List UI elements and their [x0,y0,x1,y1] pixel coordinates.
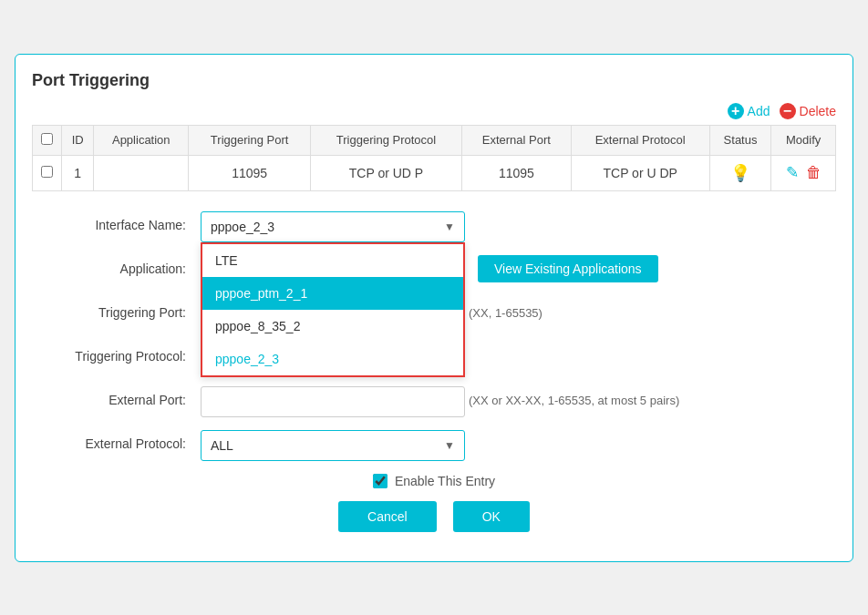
enable-entry-row: Enable This Entry [41,474,827,488]
col-triggering-protocol: Triggering Protocol [310,125,461,155]
cancel-button[interactable]: Cancel [338,501,437,532]
row-id: 1 [62,155,94,190]
interface-name-row: Interface Name: pppoe_2_3 ▼ LTE pppoe_pt… [41,211,827,242]
row-modify: ✎ 🗑 [771,155,836,190]
external-port-label: External Port: [41,386,201,407]
table-row: 1 11095 TCP or UD P 11095 TCP or U DP 💡 … [33,155,836,190]
interface-name-label: Interface Name: [41,211,201,232]
external-protocol-value: ALL [211,438,233,453]
select-all-checkbox[interactable] [41,133,53,145]
interface-name-value: pppoe_2_3 [211,220,274,234]
row-external-port: 11095 [462,155,572,190]
col-application: Application [94,125,189,155]
row-triggering-protocol: TCP or UD P [310,155,461,190]
delete-button[interactable]: − Delete [780,103,836,119]
delete-label: Delete [800,104,836,118]
add-icon: + [728,103,744,119]
external-protocol-row: External Protocol: ALL ▼ [41,430,827,461]
application-label: Application: [41,255,201,276]
port-triggering-table: ID Application Triggering Port Triggerin… [32,125,836,191]
add-button[interactable]: + Add [728,103,770,119]
port-triggering-dialog: Port Triggering + Add − Delete ID Applic… [15,54,853,562]
external-protocol-label: External Protocol: [41,430,201,451]
col-status: Status [709,125,771,155]
external-protocol-dropdown[interactable]: ALL ▼ [201,430,465,461]
triggering-port-hint: (XX, 1-65535) [465,299,542,320]
col-id: ID [62,125,94,155]
row-application [94,155,189,190]
interface-name-dropdown-list: LTE pppoe_ptm_2_1 pppoe_8_35_2 pppoe_2_3 [201,242,465,377]
view-existing-apps-button[interactable]: View Existing Applications [478,255,658,282]
col-external-protocol: External Protocol [571,125,709,155]
external-port-input[interactable] [201,386,465,417]
edit-icon[interactable]: ✎ [786,163,799,182]
triggering-port-label: Triggering Port: [41,299,201,320]
trash-icon[interactable]: 🗑 [806,164,822,182]
modify-icons: ✎ 🗑 [777,163,830,182]
external-port-control: (XX or XX-XX, 1-65535, at most 5 pairs) [201,386,827,417]
interface-name-control: pppoe_2_3 ▼ LTE pppoe_ptm_2_1 pppoe_8_35… [201,211,827,242]
ok-button[interactable]: OK [453,501,530,532]
delete-icon: − [780,103,796,119]
form-section: Interface Name: pppoe_2_3 ▼ LTE pppoe_pt… [32,202,836,545]
row-external-protocol: TCP or U DP [571,155,709,190]
status-icon: 💡 [730,164,750,182]
add-label: Add [748,104,770,118]
dropdown-option-pppoe-ptm[interactable]: pppoe_ptm_2_1 [202,277,463,310]
col-modify: Modify [771,125,836,155]
dropdown-option-lte[interactable]: LTE [202,244,463,277]
enable-entry-label: Enable This Entry [395,474,495,488]
col-external-port: External Port [462,125,572,155]
enable-entry-checkbox[interactable] [373,474,388,488]
dropdown-option-pppoe-23[interactable]: pppoe_2_3 [202,343,463,375]
triggering-protocol-label: Triggering Protocol: [41,343,201,364]
row-checkbox-cell [33,155,62,190]
toolbar: + Add − Delete [32,103,836,119]
external-port-row: External Port: (XX or XX-XX, 1-65535, at… [41,386,827,417]
chevron-down-icon: ▼ [444,220,455,233]
chevron-down-icon-2: ▼ [444,439,455,452]
row-triggering-port: 11095 [189,155,311,190]
interface-name-dropdown[interactable]: pppoe_2_3 ▼ [201,211,465,242]
dialog-title: Port Triggering [32,71,836,90]
row-checkbox[interactable] [41,166,53,178]
footer-buttons: Cancel OK [41,501,827,532]
external-port-hint: (XX or XX-XX, 1-65535, at most 5 pairs) [465,386,679,407]
dropdown-option-pppoe-835[interactable]: pppoe_8_35_2 [202,310,463,343]
row-status: 💡 [709,155,771,190]
col-checkbox [33,125,62,155]
col-triggering-port: Triggering Port [189,125,311,155]
external-protocol-control: ALL ▼ [201,430,827,461]
